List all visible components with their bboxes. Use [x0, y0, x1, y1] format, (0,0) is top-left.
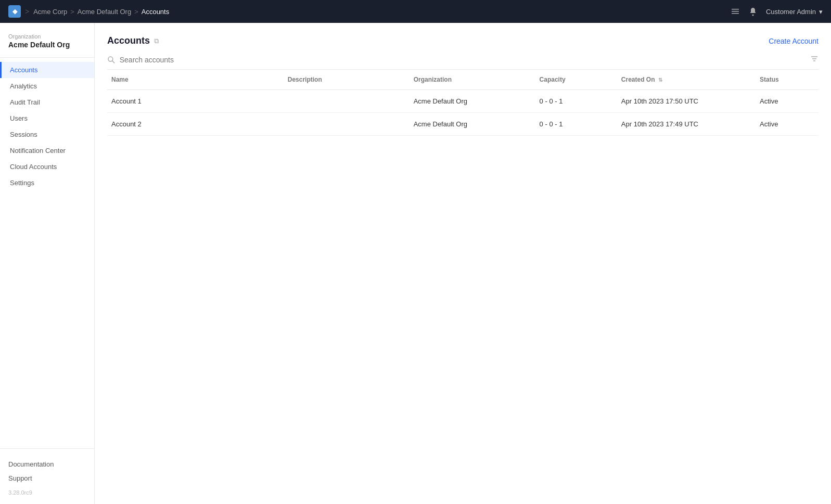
col-header-status: Status [756, 70, 819, 90]
breadcrumb-sep-3: > [134, 8, 138, 16]
sidebar-item-settings[interactable]: Settings [0, 175, 94, 191]
row2-capacity: 0 - 0 - 1 [535, 113, 617, 136]
row2-organization: Acme Default Org [410, 113, 535, 136]
filter-icon[interactable] [810, 55, 819, 65]
sidebar-org-label: Organization [8, 33, 86, 40]
sidebar-nav: Accounts Analytics Audit Trail Users Ses… [0, 62, 94, 448]
row2-description [284, 113, 410, 136]
sidebar-item-analytics[interactable]: Analytics [0, 78, 94, 94]
col-header-capacity: Capacity [535, 70, 617, 90]
col-header-created-on[interactable]: Created On ⇅ [617, 70, 756, 90]
page-title: Accounts [107, 35, 150, 46]
row1-capacity: 0 - 0 - 1 [535, 90, 617, 113]
svg-rect-0 [732, 9, 739, 10]
sidebar-item-users[interactable]: Users [0, 110, 94, 126]
col-header-name: Name [107, 70, 284, 90]
sidebar-item-sessions[interactable]: Sessions [0, 126, 94, 143]
sidebar-support-link[interactable]: Support [8, 471, 86, 485]
page-title-row: Accounts ⧉ [107, 35, 159, 46]
table-row[interactable]: Account 1 Acme Default Org 0 - 0 - 1 Apr… [107, 90, 819, 113]
copy-icon[interactable]: ⧉ [154, 37, 159, 45]
sidebar: Organization Acme Default Org Accounts A… [0, 23, 95, 504]
chevron-down-icon: ▾ [819, 8, 823, 16]
list-icon [731, 7, 740, 16]
row1-status: Active [756, 90, 819, 113]
bell-icon [748, 7, 758, 16]
sidebar-org-name: Acme Default Org [8, 41, 86, 49]
sidebar-bottom: Documentation Support 3.28.0rc9 [0, 448, 94, 504]
list-view-button[interactable] [731, 7, 740, 16]
notification-button[interactable] [748, 7, 758, 16]
create-account-button[interactable]: Create Account [769, 37, 819, 45]
sort-icon-created-on: ⇅ [658, 77, 662, 83]
app-logo-icon: ◆ [8, 5, 21, 18]
svg-point-3 [752, 15, 753, 16]
row1-created-on: Apr 10th 2023 17:50 UTC [617, 90, 756, 113]
table-row[interactable]: Account 2 Acme Default Org 0 - 0 - 1 Apr… [107, 113, 819, 136]
svg-rect-2 [732, 13, 739, 14]
sidebar-item-accounts[interactable]: Accounts [0, 62, 94, 78]
user-menu-label: Customer Admin [766, 8, 816, 16]
table-body: Account 1 Acme Default Org 0 - 0 - 1 Apr… [107, 90, 819, 136]
search-bar [107, 56, 810, 64]
page-header: Accounts ⧉ Create Account [107, 35, 819, 46]
breadcrumb-sep-2: > [70, 8, 74, 16]
search-bar-wrapper [107, 55, 819, 70]
user-menu[interactable]: Customer Admin ▾ [766, 8, 823, 16]
breadcrumb-acme-default-org[interactable]: Acme Default Org [78, 8, 131, 16]
svg-line-5 [112, 61, 114, 63]
sidebar-item-cloud-accounts[interactable]: Cloud Accounts [0, 159, 94, 175]
sidebar-item-notification-center[interactable]: Notification Center [0, 143, 94, 159]
breadcrumb-accounts: Accounts [142, 8, 169, 16]
breadcrumb-separator-1: > [25, 7, 29, 16]
top-nav-right: Customer Admin ▾ [731, 7, 823, 16]
breadcrumb-acme-corp[interactable]: Acme Corp [33, 8, 67, 16]
col-header-organization: Organization [410, 70, 535, 90]
svg-rect-1 [732, 11, 739, 12]
accounts-table: Name Description Organization Capacity C… [107, 70, 819, 136]
top-navigation: ◆ > Acme Corp > Acme Default Org > Accou… [0, 0, 831, 23]
search-icon [107, 56, 116, 64]
sidebar-org-section: Organization Acme Default Org [0, 33, 94, 58]
row1-name: Account 1 [107, 90, 284, 113]
breadcrumb: Acme Corp > Acme Default Org > Accounts [33, 8, 169, 16]
row2-status: Active [756, 113, 819, 136]
row2-name: Account 2 [107, 113, 284, 136]
main-content: Accounts ⧉ Create Account [95, 23, 831, 504]
row1-organization: Acme Default Org [410, 90, 535, 113]
sidebar-documentation-link[interactable]: Documentation [8, 457, 86, 471]
row2-created-on: Apr 10th 2023 17:49 UTC [617, 113, 756, 136]
search-input[interactable] [120, 56, 810, 64]
row1-description [284, 90, 410, 113]
app-layout: Organization Acme Default Org Accounts A… [0, 23, 831, 504]
sidebar-item-audit-trail[interactable]: Audit Trail [0, 94, 94, 110]
table-header: Name Description Organization Capacity C… [107, 70, 819, 90]
sidebar-version: 3.28.0rc9 [8, 489, 86, 496]
logo-area[interactable]: ◆ [8, 5, 21, 18]
col-header-description: Description [284, 70, 410, 90]
